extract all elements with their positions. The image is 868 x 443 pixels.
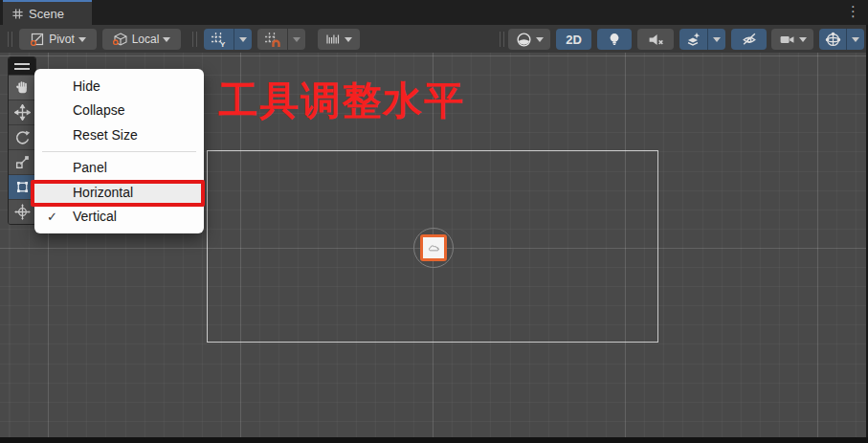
rect-tool-icon [14,179,31,195]
snap-settings-button[interactable] [318,29,360,50]
audio-muted-icon [648,32,664,48]
scene-toolbar: Pivot Local Y [0,25,868,53]
scene-lighting-button[interactable] [597,29,632,50]
sprite-blob-icon [427,241,441,255]
chevron-down-icon [713,37,721,42]
chevron-down-icon [239,37,247,42]
tab-scene[interactable]: Scene [3,0,92,25]
transform-icon [14,204,31,220]
view-hand-tool-button[interactable] [9,75,35,100]
pivot-label: Pivot [49,33,75,46]
draw-mode-button[interactable] [508,29,550,50]
grid-visibility-button[interactable]: Y [204,29,234,50]
camera-settings-button[interactable] [771,29,813,50]
menu-item-collapse[interactable]: Collapse [34,99,204,123]
chevron-down-icon [163,37,170,42]
toolbar-separator [8,32,12,47]
ruler-icon [325,32,341,47]
scene-effects-dropdown[interactable] [707,29,725,50]
menu-item-label: Hide [73,78,100,94]
scale-icon [14,154,31,170]
menu-item-hide[interactable]: Hide [34,74,204,99]
grid-snap-group: Y [204,29,252,50]
rect-tool-button[interactable] [9,174,35,199]
check-icon: ✓ [47,210,57,224]
grid-snapping-button[interactable] [257,29,287,50]
toolbar-separator [500,32,504,47]
pivot-icon [30,32,45,47]
shaded-sphere-icon [516,32,532,48]
camera-icon [779,32,795,48]
rotate-icon [14,129,31,145]
chevron-down-icon [293,37,300,42]
scene-effects-button[interactable] [679,29,707,50]
scene-audio-button[interactable] [637,29,674,50]
scale-tool-button[interactable] [9,149,35,174]
more-options-icon[interactable]: ⋮ [846,1,860,22]
grid-snapping-dropdown[interactable] [287,29,305,50]
eye-slash-icon [741,31,758,48]
grid-axis-label: Y [220,40,226,48]
tab-bar: Scene ⋮ [0,0,868,25]
effects-group [679,29,725,50]
move-icon [14,104,31,121]
gizmos-dropdown[interactable] [846,29,864,50]
menu-item-panel[interactable]: Panel [34,156,204,181]
magnet-icon [274,40,279,46]
chevron-down-icon [536,37,544,42]
scene-visibility-button[interactable] [731,29,767,50]
overlay-context-menu: Hide Collapse Reset Size Panel Horizonta… [34,69,204,233]
chevron-down-icon [799,37,807,42]
chevron-down-icon [852,37,859,42]
pivot-mode-button[interactable]: Pivot [19,29,97,50]
menu-item-reset-size[interactable]: Reset Size [34,122,204,147]
sprite-object[interactable] [420,234,447,261]
handle-rotation-button[interactable]: Local [102,29,181,50]
transform-tool-button[interactable] [9,199,35,224]
overlay-drag-handle[interactable] [9,57,35,75]
unity-scene-window: Scene ⋮ Pivot [0,0,868,443]
hand-icon [14,79,31,96]
toolbar-separator [192,32,197,47]
menu-item-label: Reset Size [73,127,138,143]
window-bottom-edge [0,437,868,443]
menu-item-horizontal[interactable]: Horizontal [34,180,204,205]
chevron-down-icon [78,37,86,42]
snap-increment-group [257,29,305,50]
grid-visibility-dropdown[interactable] [234,29,252,50]
chevron-down-icon [345,37,352,42]
gizmos-group [819,29,864,50]
menu-item-vertical[interactable]: ✓ Vertical [34,205,204,230]
menu-item-label: Panel [73,160,107,175]
gizmos-globe-button[interactable] [819,29,846,50]
menu-item-label: Horizontal [73,185,133,200]
menu-separator [42,151,196,152]
menu-item-label: Vertical [73,209,117,224]
scene-tab-grid-icon [11,8,24,20]
move-tool-button[interactable] [9,100,35,124]
rotate-tool-button[interactable] [9,124,35,149]
local-label: Local [132,33,160,46]
local-cube-icon [113,32,128,47]
2d-view-button[interactable]: 2D [556,29,591,50]
2d-label: 2D [566,33,582,47]
light-bulb-icon [607,32,622,47]
tools-overlay [8,56,36,225]
tab-title: Scene [29,7,64,21]
sparkle-icon [694,33,700,38]
menu-item-label: Collapse [73,102,124,118]
